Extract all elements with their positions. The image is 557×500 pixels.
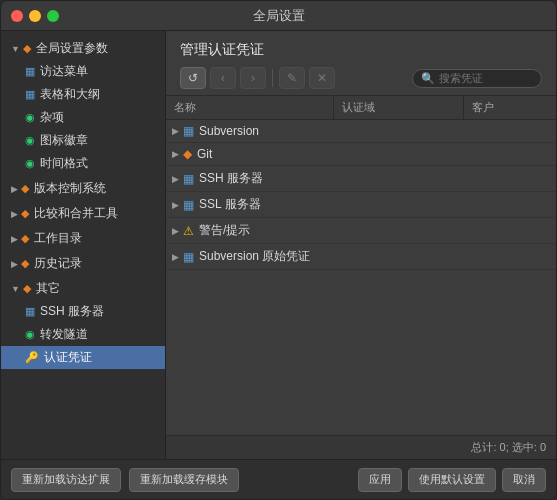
sidebar-section-history: ▶ ◆ 历史记录 xyxy=(1,252,165,275)
sidebar-item-other[interactable]: ▼ ◆ 其它 xyxy=(1,277,165,300)
chevron-icon: ▶ xyxy=(11,184,18,194)
sidebar-item-port-forward[interactable]: ◉ 转发隧道 xyxy=(1,323,165,346)
minimize-button[interactable] xyxy=(29,10,41,22)
reload-cache-button[interactable]: 重新加载缓存模块 xyxy=(129,468,239,492)
chevron-icon: ▶ xyxy=(11,234,18,244)
chevron-icon: ▶ xyxy=(172,252,179,262)
chevron-icon: ▼ xyxy=(11,44,20,54)
other-icon: ◆ xyxy=(23,282,31,295)
sidebar-item-label: SSH 服务器 xyxy=(40,303,104,320)
sidebar-section-global: ▼ ◆ 全局设置参数 ▦ 访达菜单 ▦ 表格和大纲 ◉ 杂项 xyxy=(1,37,165,175)
sidebar-item-label: 全局设置参数 xyxy=(36,40,108,57)
row-label: Subversion xyxy=(199,124,259,138)
apply-button[interactable]: 应用 xyxy=(358,468,402,492)
toolbar: ↺ ‹ › ✎ ✕ 🔍 xyxy=(180,67,542,89)
edit-button[interactable]: ✎ xyxy=(279,67,305,89)
sidebar: ▼ ◆ 全局设置参数 ▦ 访达菜单 ▦ 表格和大纲 ◉ 杂项 xyxy=(1,31,166,459)
sidebar-item-label: 杂项 xyxy=(40,109,64,126)
sidebar-item-work-dir[interactable]: ▶ ◆ 工作目录 xyxy=(1,227,165,250)
col-header-name[interactable]: 名称 xyxy=(166,96,334,119)
sidebar-item-label: 转发隧道 xyxy=(40,326,88,343)
ssl-icon: ▦ xyxy=(183,198,194,212)
credential-table: 名称 认证域 客户 ▶ ▦ Subversion xyxy=(166,96,556,435)
sidebar-item-label: 访达菜单 xyxy=(40,63,88,80)
subversion-icon: ▦ xyxy=(183,124,194,138)
table-icon: ▦ xyxy=(25,88,35,101)
table-row[interactable]: ▶ ⚠ 警告/提示 xyxy=(166,218,556,244)
window-title: 全局设置 xyxy=(253,7,305,25)
delete-button[interactable]: ✕ xyxy=(309,67,335,89)
content-area: ▼ ◆ 全局设置参数 ▦ 访达菜单 ▦ 表格和大纲 ◉ 杂项 xyxy=(1,31,556,459)
chevron-icon: ▶ xyxy=(11,209,18,219)
sidebar-item-icon-badge[interactable]: ◉ 图标徽章 xyxy=(1,129,165,152)
search-input[interactable] xyxy=(439,72,533,84)
sidebar-item-misc[interactable]: ◉ 杂项 xyxy=(1,106,165,129)
section-icon: ◆ xyxy=(23,42,31,55)
sidebar-item-label: 历史记录 xyxy=(34,255,82,272)
sidebar-item-version-control[interactable]: ▶ ◆ 版本控制系统 xyxy=(1,177,165,200)
table-row[interactable]: ▶ ◆ Git xyxy=(166,143,556,166)
ssh-row-icon: ▦ xyxy=(183,172,194,186)
row-name-cell: ▶ ▦ SSL 服务器 xyxy=(166,196,328,213)
close-button[interactable] xyxy=(11,10,23,22)
row-name-cell: ▶ ▦ Subversion 原始凭证 xyxy=(166,248,328,265)
row-name-cell: ▶ ▦ SSH 服务器 xyxy=(166,170,328,187)
table-row[interactable]: ▶ ▦ Subversion xyxy=(166,120,556,143)
search-icon: 🔍 xyxy=(421,72,435,85)
sidebar-section-vcs: ▶ ◆ 版本控制系统 xyxy=(1,177,165,200)
forward-button[interactable]: › xyxy=(240,67,266,89)
maximize-button[interactable] xyxy=(47,10,59,22)
sidebar-item-time-format[interactable]: ◉ 时间格式 xyxy=(1,152,165,175)
refresh-icon: ↺ xyxy=(188,71,198,85)
statusbar: 重新加载访达扩展 重新加载缓存模块 应用 使用默认设置 取消 xyxy=(1,459,556,499)
vcs-icon: ◆ xyxy=(21,182,29,195)
sidebar-item-label: 版本控制系统 xyxy=(34,180,106,197)
table-row[interactable]: ▶ ▦ Subversion 原始凭证 xyxy=(166,244,556,270)
sidebar-item-label: 时间格式 xyxy=(40,155,88,172)
sidebar-item-label: 表格和大纲 xyxy=(40,86,100,103)
key-icon: 🔑 xyxy=(25,351,39,364)
table-row[interactable]: ▶ ▦ SSH 服务器 xyxy=(166,166,556,192)
table-status: 总计: 0; 选中: 0 xyxy=(166,435,556,459)
main-panel: 管理认证凭证 ↺ ‹ › ✎ ✕ xyxy=(166,31,556,459)
window-controls xyxy=(11,10,59,22)
sidebar-item-global-settings[interactable]: ▼ ◆ 全局设置参数 xyxy=(1,37,165,60)
panel-header: 管理认证凭证 ↺ ‹ › ✎ ✕ xyxy=(166,31,556,96)
reload-extension-button[interactable]: 重新加载访达扩展 xyxy=(11,468,121,492)
search-box[interactable]: 🔍 xyxy=(412,69,542,88)
row-label: SSH 服务器 xyxy=(199,170,263,187)
warning-icon: ⚠ xyxy=(183,224,194,238)
chevron-icon: ▶ xyxy=(172,126,179,136)
sidebar-item-label: 认证凭证 xyxy=(44,349,92,366)
back-button[interactable]: ‹ xyxy=(210,67,236,89)
status-count: 总计: 0; 选中: 0 xyxy=(471,441,546,453)
row-label: Subversion 原始凭证 xyxy=(199,248,310,265)
workdir-icon: ◆ xyxy=(21,232,29,245)
sidebar-section-diff: ▶ ◆ 比较和合并工具 xyxy=(1,202,165,225)
use-default-button[interactable]: 使用默认设置 xyxy=(408,468,496,492)
separator xyxy=(272,69,273,87)
sidebar-item-table-outline[interactable]: ▦ 表格和大纲 xyxy=(1,83,165,106)
sidebar-item-label: 其它 xyxy=(36,280,60,297)
delete-icon: ✕ xyxy=(317,71,327,85)
time-icon: ◉ xyxy=(25,157,35,170)
refresh-button[interactable]: ↺ xyxy=(180,67,206,89)
sidebar-item-ssh-server[interactable]: ▦ SSH 服务器 xyxy=(1,300,165,323)
tunnel-icon: ◉ xyxy=(25,328,35,341)
table-row[interactable]: ▶ ▦ SSL 服务器 xyxy=(166,192,556,218)
sidebar-item-auth-cred[interactable]: 🔑 认证凭证 xyxy=(1,346,165,369)
chevron-icon: ▶ xyxy=(11,259,18,269)
col-header-domain[interactable]: 认证域 xyxy=(334,96,464,119)
sidebar-item-diff-merge[interactable]: ▶ ◆ 比较和合并工具 xyxy=(1,202,165,225)
git-icon: ◆ xyxy=(183,147,192,161)
sidebar-item-label: 工作目录 xyxy=(34,230,82,247)
col-header-client[interactable]: 客户 xyxy=(464,96,556,119)
badge-icon: ◉ xyxy=(25,134,35,147)
row-name-cell: ▶ ▦ Subversion xyxy=(166,124,328,138)
chevron-icon: ▼ xyxy=(11,284,20,294)
sidebar-item-label: 比较和合并工具 xyxy=(34,205,118,222)
row-label: Git xyxy=(197,147,212,161)
sidebar-item-history[interactable]: ▶ ◆ 历史记录 xyxy=(1,252,165,275)
cancel-button[interactable]: 取消 xyxy=(502,468,546,492)
sidebar-item-visit-menu[interactable]: ▦ 访达菜单 xyxy=(1,60,165,83)
